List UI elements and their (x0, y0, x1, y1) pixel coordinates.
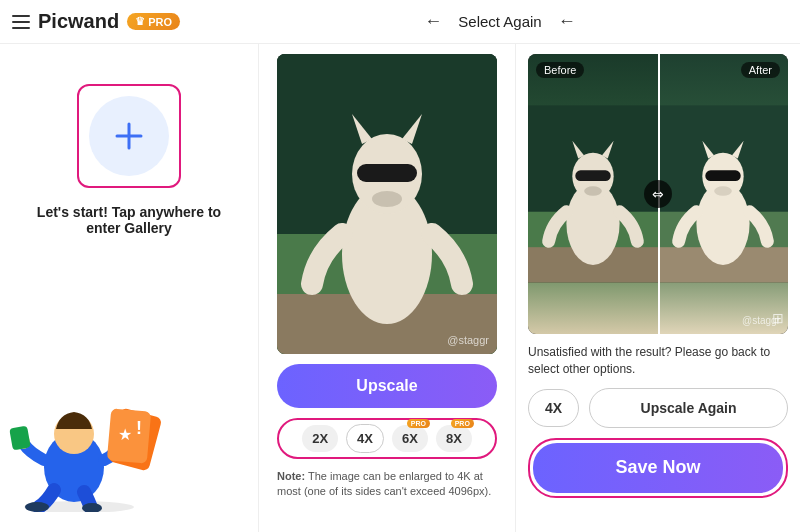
add-button-wrapper (77, 84, 181, 188)
comparison-inner: ⇔ @stag (528, 54, 788, 334)
scale-2x-button[interactable]: 2X (302, 425, 338, 452)
comparison-container: Before After (528, 54, 788, 334)
forward-button[interactable]: ← (554, 7, 580, 36)
select-again-label: Select Again (458, 13, 541, 30)
note-body: The image can be enlarged to 4K at most … (277, 470, 491, 497)
before-side (528, 54, 658, 334)
gallery-entry[interactable]: Let's start! Tap anywhere to enter Galle… (29, 84, 229, 236)
note-label: Note: (277, 470, 305, 482)
save-now-button[interactable]: Save Now (533, 443, 783, 493)
svg-rect-39 (705, 170, 740, 181)
svg-rect-21 (357, 164, 417, 182)
illustration: ★ ! (9, 372, 249, 532)
header: Picwand ♛ PRO ← Select Again ← (0, 0, 800, 44)
gallery-prompt-text: Let's start! Tap anywhere to enter Galle… (29, 204, 229, 236)
grid-icon: ⊞ (772, 310, 784, 326)
middle-panel: @staggr Upscale 2X 4X 6X PRO 8X PRO Note… (258, 44, 516, 532)
note-container: Note: The image can be enlarged to 4K at… (277, 469, 497, 500)
svg-rect-30 (575, 170, 610, 181)
pro-badge: ♛ PRO (127, 13, 180, 30)
svg-rect-9 (9, 426, 31, 451)
action-row: 4X Upscale Again (528, 388, 788, 428)
person-illustration: ★ ! (9, 372, 169, 512)
svg-point-4 (25, 502, 49, 512)
svg-text:★: ★ (118, 426, 132, 443)
scale-8x-pro-badge: PRO (451, 419, 474, 428)
scale-options-group: 2X 4X 6X PRO 8X PRO (277, 418, 497, 459)
comparison-handle[interactable]: ⇔ (644, 180, 672, 208)
image-inner: @staggr (277, 54, 497, 354)
header-center: ← Select Again ← (212, 7, 788, 36)
header-left: Picwand ♛ PRO (12, 10, 212, 33)
save-now-wrapper: Save Now (528, 438, 788, 498)
svg-point-31 (584, 186, 602, 195)
source-image-preview: @staggr (277, 54, 497, 354)
after-image-svg (658, 54, 788, 334)
4x-option-button[interactable]: 4X (528, 389, 579, 427)
unsatisfied-text: Unsatisfied with the result? Please go b… (528, 344, 788, 378)
watermark-text: @staggr (447, 334, 489, 346)
scale-6x-button[interactable]: 6X PRO (392, 425, 428, 452)
svg-point-40 (714, 186, 732, 195)
upscale-again-button[interactable]: Upscale Again (589, 388, 788, 428)
add-circle[interactable] (89, 96, 169, 176)
main-content: Let's start! Tap anywhere to enter Galle… (0, 44, 800, 532)
upscale-button[interactable]: Upscale (277, 364, 497, 408)
after-side: @staggr ⊞ (658, 54, 788, 334)
after-label: After (741, 62, 780, 78)
plus-icon (111, 118, 147, 154)
svg-text:!: ! (136, 418, 142, 438)
before-image-svg (528, 54, 658, 334)
left-panel: Let's start! Tap anywhere to enter Galle… (0, 44, 258, 532)
right-panel: Before After (516, 44, 800, 532)
source-image-svg (277, 54, 497, 354)
before-label: Before (536, 62, 584, 78)
svg-point-22 (372, 191, 402, 207)
scale-8x-button[interactable]: 8X PRO (436, 425, 472, 452)
hamburger-menu[interactable] (12, 15, 30, 29)
scale-4x-button[interactable]: 4X (346, 424, 384, 453)
app-title: Picwand (38, 10, 119, 33)
scale-6x-pro-badge: PRO (407, 419, 430, 428)
back-button[interactable]: ← (420, 7, 446, 36)
crown-icon: ♛ (135, 15, 145, 28)
